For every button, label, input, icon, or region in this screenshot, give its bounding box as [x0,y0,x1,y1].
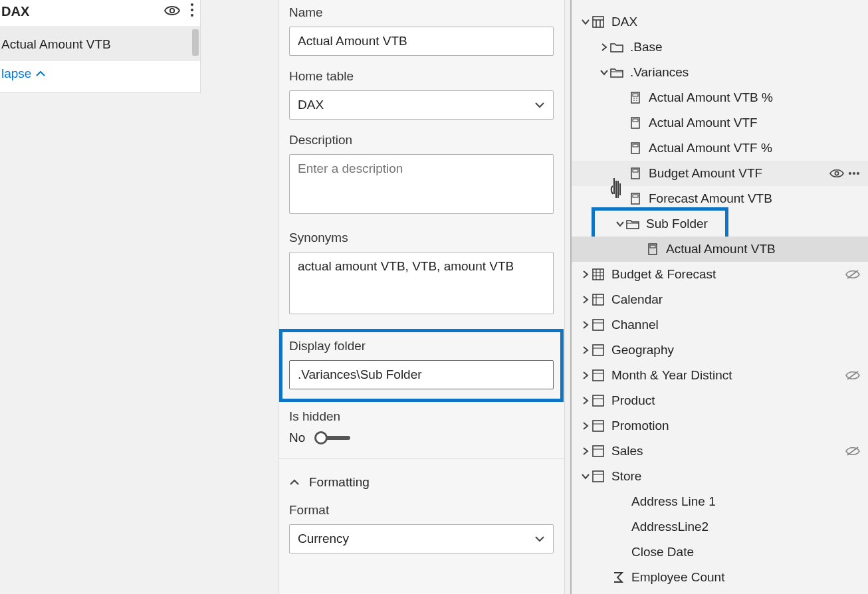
tree-label: Budget & Forecast [611,267,845,282]
format-select[interactable]: Currency [289,524,554,553]
tree-folder-variances[interactable]: .Variances [572,60,868,85]
tree-label: Month & Year Distinct [611,368,845,383]
display-folder-label: Display folder [289,339,554,353]
collapse-link[interactable]: lapse [0,61,200,86]
measure-icon [629,91,642,104]
tree-measure[interactable]: Actual Amount VTF [572,110,868,136]
home-table-value: DAX [298,98,324,112]
synonyms-input[interactable]: actual amount VTB, VTB, amount VTB [289,252,554,314]
tree-label: Promotion [611,419,868,433]
tree-label: Store [611,469,868,484]
svg-rect-50 [593,446,603,456]
folder-icon [610,41,623,54]
calc-table-icon [592,15,605,29]
is-hidden-toggle[interactable] [314,431,350,445]
table-icon [592,394,605,407]
home-table-select[interactable]: DAX [289,90,554,120]
eye-icon[interactable] [163,4,181,17]
svg-point-21 [835,171,838,175]
tree-table-store[interactable]: Store [572,464,868,489]
svg-rect-10 [633,94,638,96]
tree-table[interactable]: Sales [572,439,868,464]
svg-point-0 [170,9,174,13]
measure-icon [629,116,642,130]
svg-rect-53 [593,471,603,482]
formatting-label: Formatting [309,475,370,490]
svg-rect-30 [593,269,603,280]
table-icon [592,268,605,281]
tree-table-dax[interactable]: DAX [572,9,868,35]
collapse-label: lapse [1,66,31,81]
tree-folder-subfolder[interactable]: Sub Folder [572,211,868,237]
tree-measure-selected[interactable]: Actual Amount VTB [572,237,868,262]
formatting-section-header[interactable]: Formatting [289,471,554,496]
tree-table[interactable]: Geography [572,338,868,363]
svg-rect-4 [593,17,603,27]
tree-table[interactable]: Month & Year Distinct [572,363,868,388]
svg-point-22 [849,172,851,175]
svg-point-24 [857,172,859,175]
svg-rect-48 [593,421,603,431]
tree-label: Geography [611,343,868,357]
tree-label: .Variances [630,65,868,80]
display-folder-highlight: Display folder [281,331,562,400]
tree-folder-base[interactable]: .Base [572,35,868,60]
cursor-icon [609,177,627,199]
svg-rect-18 [633,144,638,147]
tree-label: Sub Folder [646,217,717,231]
tree-measure[interactable]: Employee Count [572,565,868,590]
svg-rect-43 [593,370,603,381]
description-input[interactable] [289,154,554,214]
description-label: Description [289,133,554,148]
tree-label: .Base [630,40,868,54]
eye-hidden-icon[interactable] [845,269,860,280]
eye-icon[interactable] [829,168,844,179]
table-icon [592,369,605,382]
svg-rect-39 [593,320,603,330]
tree-label: Channel [611,318,868,332]
tree-table[interactable]: Budget & Forecast [572,262,868,287]
tree-label: Actual Amount VTF % [649,141,868,155]
chevron-up-icon [35,70,46,78]
tree-column[interactable]: AddressLine2 [572,514,868,540]
table-icon [592,445,605,458]
tree-label: Employee Count [631,570,868,585]
name-input[interactable] [289,27,554,56]
format-value: Currency [298,532,349,546]
measure-list-item[interactable]: Actual Amount VTB [0,27,200,61]
svg-rect-36 [593,294,603,305]
more-icon[interactable] [189,3,195,17]
tree-label: AddressLine2 [631,520,868,534]
left-panel: DAX Actual Amount VTB lapse [0,0,201,93]
svg-rect-20 [633,169,638,172]
tree-label: Forecast Amount VTB [649,191,868,206]
svg-rect-29 [650,245,655,248]
name-label: Name [289,5,554,20]
tree-table[interactable]: Product [572,388,868,413]
tree-label: Actual Amount VTB % [649,90,868,105]
svg-rect-41 [593,345,603,355]
more-icon[interactable] [848,171,860,175]
tree-column[interactable]: Address Line 1 [572,489,868,514]
tree-measure[interactable]: Actual Amount VTB % [572,85,868,110]
table-icon [592,419,605,433]
eye-hidden-icon[interactable] [845,446,860,456]
left-header: DAX [0,0,200,27]
format-label: Format [289,503,554,518]
measure-icon [629,167,642,180]
measure-icon [629,192,642,205]
tree-table[interactable]: Calendar [572,287,868,312]
display-folder-input[interactable] [289,360,554,389]
table-icon [592,344,605,357]
tree-table[interactable]: Channel [572,312,868,338]
tree-label: Address Line 1 [631,494,868,509]
tree-measure[interactable]: Actual Amount VTF % [572,136,868,161]
scrollbar-thumb[interactable] [192,29,199,56]
svg-point-2 [191,9,193,11]
chevron-down-icon [534,101,545,109]
svg-point-23 [853,172,855,175]
eye-hidden-icon[interactable] [845,370,860,381]
tree-column[interactable]: Close Date [572,540,868,565]
tree-label: Close Date [631,545,868,559]
tree-table[interactable]: Promotion [572,413,868,439]
